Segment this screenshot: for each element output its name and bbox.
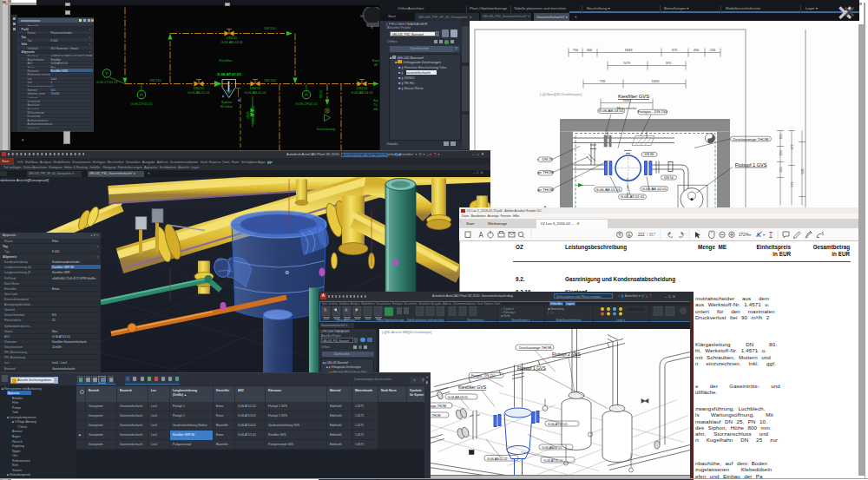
svg-text:TI: TI [105, 72, 108, 76]
svg-text:⚙: ⚙ [285, 269, 289, 274]
svg-text:250: 250 [779, 167, 783, 172]
svg-text:G.06.CP.01.01: G.06.CP.01.01 [130, 102, 152, 106]
svg-text:G.06.AB.02.01: G.06.AB.02.01 [542, 445, 562, 449]
svg-text:222: 222 [638, 233, 645, 237]
svg-text:G.06.AT.01.01: G.06.AT.01.01 [621, 194, 645, 199]
svg-text:DN 150: DN 150 [264, 25, 276, 30]
svg-text:G.06.AB.03.01: G.06.AB.03.01 [220, 39, 243, 43]
svg-text:Tabelle platzieren und einrich: Tabelle platzieren und einrichten [406, 319, 444, 322]
svg-text:172%: 172% [739, 233, 749, 237]
svg-text:Beschriftung ▾: Beschriftung ▾ [467, 319, 484, 322]
svg-text:Bemaßungen ▾: Bemaßungen ▾ [512, 319, 530, 322]
svg-text:G.06.AB.03.01: G.06.AB.03.01 [448, 395, 469, 398]
svg-text:G.06.CP.02.01: G.06.CP.02.01 [295, 102, 317, 106]
svg-text:G.06.AB.04.01: G.06.AB.04.01 [351, 90, 373, 95]
svg-text:Druckanzeige THOM: Druckanzeige THOM [519, 345, 551, 350]
svg-text:|↔| ↕: |↔| ↕ [548, 311, 554, 314]
svg-text:372: 372 [666, 60, 672, 64]
svg-text:Faugas - DN 150: Faugas - DN 150 [471, 374, 495, 378]
svg-text:DN 25: DN 25 [319, 89, 323, 98]
svg-text:W: W [360, 14, 364, 18]
svg-text:⊞ Stelfe: ⊞ Stelfe [501, 314, 510, 318]
svg-text:450: 450 [694, 47, 700, 51]
svg-text:G.06.AT.01.01: G.06.AT.01.01 [543, 458, 563, 462]
svg-text:Kiesfilter GVS: Kiesfilter GVS [458, 385, 487, 390]
svg-text:ge THOM: ge THOM [537, 187, 554, 192]
svg-text:Fluttopf 2 GVS: Fluttopf 2 GVS [552, 352, 581, 357]
svg-text:Kiesfilter GVS: Kiesfilter GVS [618, 94, 649, 99]
svg-text:DN 150: DN 150 [149, 77, 161, 82]
svg-text:%79: %79 [623, 60, 631, 64]
svg-text:372: 372 [791, 144, 794, 149]
svg-text:G.06.AB.01.43: G.06.AB.01.43 [252, 105, 255, 123]
svg-text:226: 226 [710, 47, 716, 51]
svg-text:250: 250 [779, 134, 783, 139]
svg-text:G.06.AB.02.01: G.06.AB.02.01 [641, 187, 667, 191]
svg-text:Fluttopf 1 GVS: Fluttopf 1 GVS [517, 365, 546, 370]
svg-text:DN 50: DN 50 [664, 176, 674, 180]
svg-text:Inertisierung: Inertisierung [317, 127, 335, 131]
svg-text:G.06.AB.03.01: G.06.AB.03.01 [599, 108, 624, 113]
svg-text:250: 250 [779, 150, 783, 155]
svg-text:G.06.AB.01.01: G.06.AB.01.01 [187, 90, 210, 95]
svg-text:▾: ▾ [749, 233, 751, 237]
svg-text:Plant-Objektwerkzeuge: Plant-Objektwerkzeuge [377, 319, 404, 322]
svg-text:750: 750 [573, 47, 579, 51]
svg-text:S: S [371, 24, 373, 29]
svg-text:G.06.AB.02.01: G.06.AB.02.01 [244, 90, 266, 95]
svg-text:G.06.AB.01.01: G.06.AB.01.01 [487, 457, 508, 460]
svg-text:(B: (B [374, 62, 378, 66]
svg-text:Layer ▾: Layer ▾ [616, 319, 625, 322]
svg-text:DN25: DN25 [247, 111, 250, 119]
svg-text:300: 300 [587, 47, 593, 51]
svg-text:Kiesfilter: Kiesfilter [220, 57, 233, 62]
svg-text:G.06.CT.01.01: G.06.CT.01.01 [95, 80, 117, 84]
svg-text:80 mbar: 80 mbar [220, 104, 233, 108]
svg-text:r - DN 25: r - DN 25 [537, 157, 553, 161]
svg-text:575: 575 [791, 181, 794, 187]
svg-text:928: 928 [801, 168, 805, 174]
svg-text:1849: 1849 [625, 47, 634, 51]
svg-text:Fluttopf 1 GVS: Fluttopf 1 GVS [735, 161, 767, 167]
svg-text:mb: mb [373, 106, 378, 110]
svg-text:G.06.AT.01.01: G.06.AT.01.01 [217, 71, 242, 76]
svg-text:759: 759 [600, 78, 606, 82]
svg-text:▾: ▾ [763, 233, 765, 237]
svg-text:G.06.AT.02.01: G.06.AT.02.01 [548, 422, 568, 425]
svg-text:[+][Oben][2D-Drahtkörper]: [+][Oben][2D-Drahtkörper] [540, 91, 582, 95]
svg-text:Modellansichtsfenster: Modellansichtsfenster [556, 319, 581, 322]
svg-text:ge THOM: ge THOM [537, 170, 554, 174]
svg-text:372: 372 [672, 47, 678, 51]
svg-text:Fastgas - DN 150: Fastgas - DN 150 [637, 109, 667, 114]
svg-text:1690: 1690 [652, 78, 661, 82]
svg-text:PI: PI [305, 93, 307, 96]
svg-text:PI: PI [140, 93, 142, 96]
svg-text:DN 150: DN 150 [264, 77, 276, 82]
svg-text:DN 80: DN 80 [645, 153, 654, 156]
svg-text:Druckanzeige THOM: Druckanzeige THOM [733, 137, 769, 141]
svg-text:▣ Bemaßung: ▣ Bemaßung [548, 307, 564, 311]
svg-text:Ortho-Ansichten: Ortho-Ansichten [336, 319, 355, 322]
svg-text:/ 367: / 367 [647, 233, 656, 237]
